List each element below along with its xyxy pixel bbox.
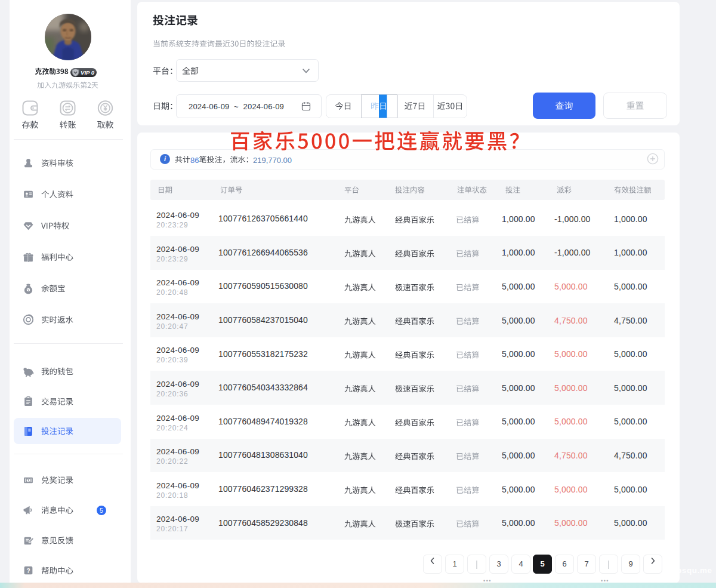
svg-text:?: ? xyxy=(26,568,30,574)
